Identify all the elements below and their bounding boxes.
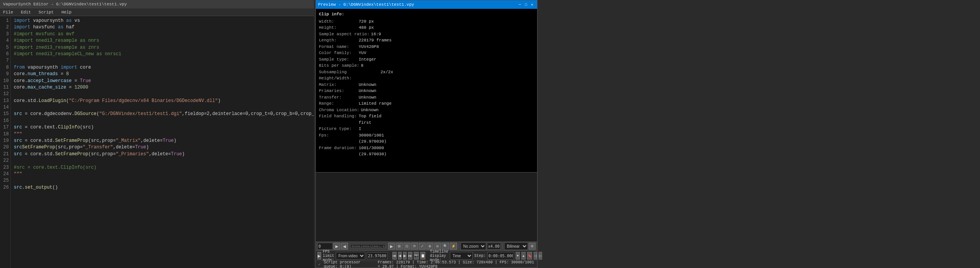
line-num-25: 25 <box>0 178 9 184</box>
code-line-24: """ <box>14 171 311 178</box>
settings-icon-btn[interactable]: ⚙ <box>529 243 536 250</box>
tool-btn-3[interactable]: ⟳ <box>411 243 418 250</box>
line-num-10: 10 <box>0 78 9 84</box>
clip-info-row-4: Format name:YUV420P8 <box>319 44 393 50</box>
clip-info-row-8: Subsampling Height/Width:2x/2x <box>319 69 393 82</box>
line-num-3: 3 <box>0 31 9 38</box>
fps-row: ▶ FPS limit mode: From videoCustomNo lim… <box>316 251 537 261</box>
line-num-22: 22 <box>0 158 9 164</box>
clip-info-value-8: 2x/2x <box>381 69 393 82</box>
zoom-value-input[interactable] <box>487 243 501 250</box>
frame-back[interactable]: ◀ <box>398 252 402 260</box>
clip-info-row-14: Field handling:Top field first <box>319 113 393 126</box>
clip-info-row-11: Transfer:Unknown <box>319 94 393 101</box>
clip-info-value-4: YUV420P8 <box>359 44 379 50</box>
zoom-select[interactable]: No zoomx1x2 <box>461 242 486 250</box>
interp-select[interactable]: BilinearNearest <box>504 242 528 250</box>
clip-info-value-5: YUV <box>359 50 366 56</box>
timeline-mode-select[interactable]: TimeFrames <box>450 252 473 260</box>
tool-btn-7[interactable]: 🔍 <box>442 243 449 250</box>
frame-fwd[interactable]: ▶ <box>403 252 407 260</box>
line-num-6: 6 <box>0 51 9 58</box>
clip-info-row-12: Range:Limited range <box>319 100 393 107</box>
close-button[interactable]: ✕ <box>529 2 535 7</box>
tool-btn-8[interactable]: ⚡ <box>450 243 457 250</box>
code-line-8: from vapoursynth import core <box>14 64 311 71</box>
menu-edit[interactable]: Edit <box>19 9 32 15</box>
next-bookmark-btn[interactable]: ▷ <box>539 252 542 260</box>
code-line-15: src = core.dgdecodenv.DGSource("G:/DGNVi… <box>14 111 311 117</box>
editor-title-bar: VapourSynth Editor - G:\DGNVindex\test1\… <box>0 0 314 8</box>
preview-content: Clip info:Width:720 pxHeight:480 pxSampl… <box>316 9 537 172</box>
timeline-progress[interactable]: 0500k1000k1500k1/8228179 <box>350 244 386 248</box>
clip-info-label-2: Sample aspect ratio: <box>319 31 369 38</box>
clip-info-value-3: 228179 frames <box>359 37 392 44</box>
frame-back-big[interactable]: ⏮ <box>392 252 397 260</box>
clip-info-label-16: Fps: <box>319 132 357 145</box>
clip-info-value-9: Unknown <box>359 82 376 88</box>
frame-input[interactable] <box>317 243 333 250</box>
line-numbers: 1234567891011121314151617181920212223242… <box>0 16 11 268</box>
code-line-20: srcSetFrameProp(src,prop="_Transfer",del… <box>14 144 311 151</box>
menu-script[interactable]: Script <box>37 9 56 15</box>
maximize-button[interactable]: □ <box>523 2 529 7</box>
preview-controls-area: ▶ ◀ 0500k1000k1500k1/8228179 ▶ ⊞ ⊡ ⟳ ⤢ ⊕… <box>315 173 537 268</box>
window-controls: ─ □ ✕ <box>517 2 535 7</box>
step-input[interactable] <box>487 252 514 260</box>
line-num-21: 21 <box>0 151 9 158</box>
tool-btn-4[interactable]: ⤢ <box>419 243 426 250</box>
timeline-bar: ▶ ◀ 0500k1000k1500k1/8228179 ▶ ⊞ ⊡ ⟳ ⤢ ⊕… <box>316 242 537 251</box>
check-icon: ✓ <box>318 262 321 267</box>
line-num-18: 18 <box>0 131 9 138</box>
clip-info-value-12: Limited range <box>359 100 392 107</box>
tool-btn-5[interactable]: ⊕ <box>426 243 433 250</box>
clip-info-label-1: Height: <box>319 25 357 31</box>
code-line-26: src.set_output() <box>14 184 311 191</box>
play-main-button[interactable]: ▶ <box>317 252 321 260</box>
code-editor[interactable]: import vapoursynth as vsimport havsfunc … <box>11 16 314 268</box>
code-line-23: #src = core.text.ClipInfo(src) <box>14 164 311 171</box>
line-num-2: 2 <box>0 24 9 31</box>
minimize-button[interactable]: ─ <box>517 2 523 7</box>
code-line-19: src = core.std.SetFrameProp(src,prop="_M… <box>14 138 311 144</box>
next-frame-button[interactable]: ▶ <box>388 243 395 250</box>
separator-2 <box>502 243 503 249</box>
code-area: 1234567891011121314151617181920212223242… <box>0 16 314 268</box>
line-num-26: 26 <box>0 184 9 191</box>
play-button[interactable]: ▶ <box>333 243 340 250</box>
line-num-8: 8 <box>0 64 9 71</box>
code-line-1: import vapoursynth as vs <box>14 18 311 24</box>
clip-info-value-2: 16:9 <box>371 31 381 38</box>
frame-fwd-big[interactable]: ⏭ <box>408 252 412 260</box>
line-num-7: 7 <box>0 58 9 64</box>
code-line-21: src = core.std.SetFrameProp(src,prop="_P… <box>14 151 311 158</box>
copy-btn[interactable]: 📋 <box>420 252 425 260</box>
clip-info-value-15: I <box>359 126 361 132</box>
menu-help[interactable]: Help <box>60 9 73 15</box>
menu-file[interactable]: File <box>2 9 15 15</box>
tool-btn-6[interactable]: ⊖ <box>434 243 441 250</box>
clip-info-header: Clip info: <box>319 11 393 18</box>
bookmark-btn[interactable]: 🔖 <box>527 252 532 260</box>
fps-value-input[interactable] <box>367 252 388 259</box>
clip-info-label-3: Length: <box>319 37 357 44</box>
step-down-btn[interactable]: ▼ <box>516 252 520 260</box>
status-bar: ✓ Script processor queue: 0:(0) Frames: … <box>316 261 537 268</box>
prev-frame-button[interactable]: ◀ <box>341 243 348 250</box>
tool-btn-1[interactable]: ⊞ <box>396 243 403 250</box>
fps-limit-select[interactable]: From videoCustomNo limit <box>336 252 365 260</box>
code-line-3: #import mvsfunc as mvf <box>14 31 311 38</box>
line-num-13: 13 <box>0 98 9 104</box>
code-line-10: core.accept_lowercase = True <box>14 78 311 84</box>
code-line-13: core.std.LoadPlugin("C:/Program Files/dg… <box>14 98 311 104</box>
clip-info-value-7: 8 <box>361 62 364 69</box>
code-line-11: core.max_cache_size = 12000 <box>14 84 311 91</box>
save-snapshot-btn[interactable]: 📷 <box>414 252 419 260</box>
clip-info-value-16: 30000/1001 (29.970030) <box>359 132 393 145</box>
line-num-11: 11 <box>0 84 9 91</box>
tool-btn-2[interactable]: ⊡ <box>403 243 410 250</box>
code-line-12 <box>14 91 311 97</box>
prev-bookmark-btn[interactable]: ◁ <box>534 252 537 260</box>
code-line-25 <box>14 178 311 184</box>
step-up-btn[interactable]: ▲ <box>521 252 526 260</box>
